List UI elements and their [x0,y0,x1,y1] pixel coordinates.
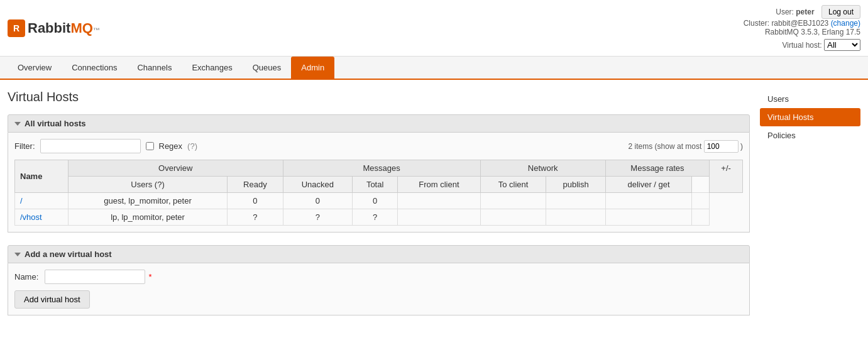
collapse-icon [14,122,21,126]
sidebar-item-users[interactable]: Users [760,90,860,108]
cluster-info: Cluster: rabbit@EBJ1023 (change) [744,19,860,28]
new-vhost-name-input[interactable] [45,270,145,284]
total-cell: 0 [353,193,398,209]
items-count-bar: 2 items (show at most ) [629,140,743,153]
table-row: / guest, lp_momitor, peter 0 0 0 [15,193,743,209]
items-count-text: 2 items (show at most [629,142,702,151]
ready-cell: 0 [228,193,283,209]
main-content: Virtual Hosts All virtual hosts Filter: … [0,80,868,338]
cluster-label: Cluster: [744,19,769,28]
group-overview: Overview [68,160,283,177]
add-vhost-body: Name: * Add virtual host [8,263,750,315]
to-client-cell [480,209,546,226]
placeholder-cell [692,209,710,226]
content-area: Virtual Hosts All virtual hosts Filter: … [8,90,750,328]
add-vhost-title: Add a new virtual host [25,249,112,259]
all-vhosts-section-header[interactable]: All virtual hosts [8,114,750,133]
sidebar: Users Virtual Hosts Policies [760,90,860,328]
users-cell: guest, lp_momitor, peter [68,193,227,209]
deliver-get-cell [605,193,692,209]
rabbitmq-logo-icon: R [8,19,25,37]
logo-text: RabbitMQ™ [28,20,100,36]
add-collapse-icon [14,253,21,256]
deliver-get-cell [605,209,692,226]
regex-hint: (?) [187,141,197,151]
regex-checkbox[interactable] [146,142,154,150]
nav-connections[interactable]: Connections [62,57,127,79]
navbar: Overview Connections Channels Exchanges … [0,57,868,80]
group-network: Network [480,160,605,177]
group-message-rates: Message rates [605,160,710,177]
logout-button[interactable]: Log out [821,5,860,19]
add-vhost-section: Add a new virtual host Name: * Add virtu… [8,245,750,315]
col-from-client: From client [398,177,481,193]
vhost-selector-bar: Virtual host: All / /vhost [744,39,860,51]
publish-cell [546,193,605,209]
col-publish: publish [546,177,605,193]
regex-label: Regex [159,141,183,151]
all-vhosts-body: Filter: Regex (?) 2 items (show at most … [8,133,750,233]
vhost-name-link[interactable]: /vhost [20,212,42,222]
user-name: peter [796,8,814,16]
group-messages: Messages [283,160,480,177]
items-count-close: ) [740,142,743,151]
items-max-input[interactable] [704,140,739,153]
vhosts-tbody: / guest, lp_momitor, peter 0 0 0 /vhost … [15,193,743,226]
sidebar-item-virtual-hosts[interactable]: Virtual Hosts [760,108,860,126]
add-vhost-section-header[interactable]: Add a new virtual host [8,245,750,263]
name-field-row: Name: * [14,270,743,284]
ready-cell: ? [228,209,283,226]
cluster-name: rabbit@EBJ1023 [771,19,828,28]
placeholder-cell [692,193,710,209]
version-info: RabbitMQ 3.5.3, Erlang 17.5 [744,28,860,36]
add-virtual-host-button[interactable]: Add virtual host [14,290,90,309]
unacked-cell: 0 [283,193,353,209]
filter-input[interactable] [40,139,141,153]
col-ready: Ready [228,177,283,193]
nav-overview[interactable]: Overview [8,57,62,79]
total-cell: ? [353,209,398,226]
unacked-cell: ? [283,209,353,226]
filter-bar: Filter: Regex (?) 2 items (show at most … [14,139,743,153]
nav-queues[interactable]: Queues [243,57,292,79]
table-row: /vhost lp, lp_momitor, peter ? ? ? [15,209,743,226]
col-deliver-get: deliver / get [605,177,692,193]
publish-cell [546,209,605,226]
user-info: User: peter Log out [744,5,860,19]
nav-channels[interactable]: Channels [127,57,182,79]
col-unacked: Unacked [283,177,353,193]
page-title: Virtual Hosts [8,90,750,104]
all-vhosts-section: All virtual hosts Filter: Regex (?) 2 it… [8,114,750,233]
col-total: Total [353,177,398,193]
header: R RabbitMQ™ User: peter Log out Cluster:… [0,0,868,57]
plus-minus-btn[interactable]: +/- [710,160,743,193]
vhost-select[interactable]: All / /vhost [824,39,860,51]
filter-label: Filter: [14,141,35,151]
col-name: Name [15,160,69,193]
cluster-change-link[interactable]: (change) [831,19,860,28]
vhost-label: Virtual host: [783,41,822,50]
name-field-label: Name: [14,272,38,282]
nav-admin[interactable]: Admin [291,57,334,79]
vhosts-table: Name Overview Messages Network Message r… [14,160,743,226]
nav-exchanges[interactable]: Exchanges [182,57,242,79]
vhost-name-link[interactable]: / [20,196,23,205]
col-users: Users (?) [68,177,227,193]
from-client-cell [398,193,481,209]
logo: R RabbitMQ™ [8,19,100,37]
col-to-client: To client [480,177,546,193]
sidebar-item-policies[interactable]: Policies [760,126,860,145]
header-right: User: peter Log out Cluster: rabbit@EBJ1… [744,5,860,51]
user-label: User: [776,8,794,16]
from-client-cell [398,209,481,226]
users-cell: lp, lp_momitor, peter [68,209,227,226]
all-vhosts-title: All virtual hosts [25,119,86,128]
required-star: * [149,272,152,282]
to-client-cell [480,193,546,209]
